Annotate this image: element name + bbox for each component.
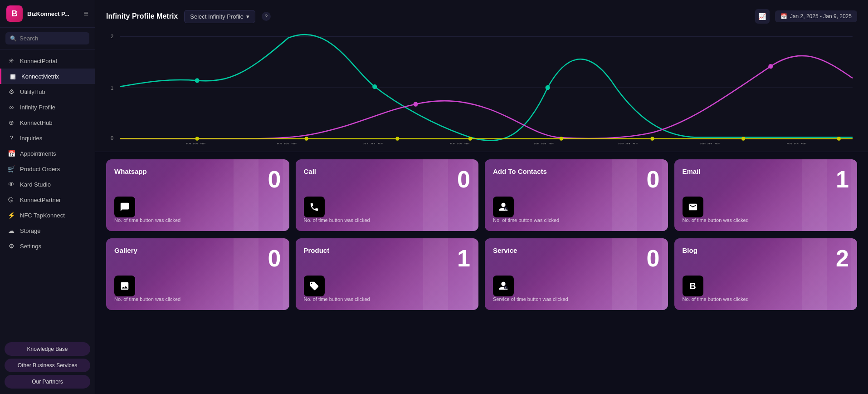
chart-type-icon[interactable]: 📈 [755, 9, 770, 24]
nav-label-inquiries: Inquiries [20, 135, 42, 142]
svg-text:2: 2 [111, 33, 113, 39]
help-icon[interactable]: ? [262, 12, 271, 21]
svg-point-7 [372, 84, 377, 89]
card-subtitle-gallery: No. of time button was clicked [114, 296, 281, 302]
chart-section: Infinity Profile Metrix Select Infinity … [95, 0, 868, 152]
date-range-button[interactable]: 📅 Jan 2, 2025 - Jan 9, 2025 [775, 10, 857, 22]
metric-card-add-to-contacts: Add To Contacts 0 No. of time button was… [485, 159, 668, 231]
chart-header: Infinity Profile Metrix Select Infinity … [106, 9, 857, 24]
search-input[interactable] [20, 35, 85, 42]
select-profile-label: Select Infinity Profile [190, 13, 244, 20]
sidebar-item-inquiries[interactable]: ? Inquiries [0, 130, 95, 146]
card-subtitle-whatsapp: No. of time button was clicked [114, 217, 281, 223]
svg-text:0: 0 [111, 135, 113, 140]
nav-icon-utility-hub: ⚙ [7, 88, 15, 95]
sidebar-item-appointments[interactable]: 📅 Appointments [0, 146, 95, 161]
sidebar-item-storage[interactable]: ☁ Storage [0, 223, 95, 238]
card-icon-blog: B [683, 276, 703, 296]
nav-label-storage: Storage [20, 227, 41, 234]
card-icon-service [493, 276, 514, 296]
nav-label-nfc-tapkonnect: NFC TapKonnect [20, 212, 65, 219]
card-subtitle-email: No. of time button was clicked [683, 217, 849, 223]
sidebar-item-konnect-hub[interactable]: ⊕ KonnectHub [0, 115, 95, 130]
footer-btn-other-business-services[interactable]: Other Business Services [5, 359, 90, 372]
sidebar-item-settings[interactable]: ⚙ Settings [0, 238, 95, 254]
sidebar-item-nfc-tapkonnect[interactable]: ⚡ NFC TapKonnect [0, 207, 95, 223]
nav-icon-product-orders: 🛒 [7, 165, 15, 172]
nav-label-appointments: Appointments [20, 150, 56, 157]
card-label-blog: Blog [683, 246, 697, 254]
svg-point-12 [305, 137, 308, 140]
card-count-gallery: 0 [268, 246, 281, 270]
svg-point-8 [546, 85, 550, 90]
card-label-product: Product [304, 246, 330, 254]
sidebar-item-konnect-partner[interactable]: ⛒ KonnectPartner [0, 192, 95, 207]
footer-btn-knowledge-base[interactable]: Knowledge Base [5, 342, 90, 356]
nav-label-utility-hub: UtilityHub [20, 89, 45, 95]
card-subtitle-blog: No. of time button was clicked [683, 296, 849, 302]
nav-icon-konnect-partner: ⛒ [7, 196, 15, 203]
card-label-email: Email [683, 167, 701, 175]
nav-icon-appointments: 📅 [7, 150, 15, 157]
metric-card-product: Product 1 No. of time button was clicked [296, 238, 479, 310]
card-icon-email [683, 197, 703, 217]
sidebar-item-product-orders[interactable]: 🛒 Product Orders [0, 161, 95, 177]
card-count-email: 1 [836, 167, 849, 191]
card-icon-gallery [114, 276, 135, 296]
card-icon-whatsapp [114, 197, 135, 217]
nav-label-konnect-partner: KonnectPartner [20, 197, 61, 203]
nav-label-product-orders: Product Orders [20, 166, 60, 172]
card-icon-product [304, 276, 325, 296]
card-subtitle-call: No. of time button was clicked [304, 217, 471, 223]
search-wrapper: 🔍 [5, 32, 89, 44]
metric-card-email: Email 1 No. of time button was clicked [674, 159, 858, 231]
nav-icon-inquiries: ? [7, 134, 15, 142]
app-logo: B [6, 5, 23, 22]
svg-text:03-01-25: 03-01-25 [277, 142, 297, 144]
card-label-whatsapp: Whatsapp [114, 167, 147, 175]
sidebar: B BizKonnect P... ≡ 🔍 ✳ KonnectPortal ▦ … [0, 0, 95, 394]
card-icon-add-to-contacts [493, 197, 514, 217]
nav-icon-settings: ⚙ [7, 242, 15, 250]
nav-icon-kard-studio: 👁 [7, 181, 15, 188]
svg-point-18 [837, 137, 841, 140]
svg-point-6 [195, 78, 200, 83]
card-subtitle-product: No. of time button was clicked [304, 296, 471, 302]
sidebar-item-konnect-portal[interactable]: ✳ KonnectPortal [0, 53, 95, 69]
card-count-whatsapp: 0 [268, 167, 281, 191]
svg-text:09-01-25: 09-01-25 [786, 142, 806, 144]
search-icon: 🔍 [10, 35, 17, 42]
sidebar-item-kard-studio[interactable]: 👁 Kard Studio [0, 177, 95, 192]
svg-point-10 [768, 64, 773, 69]
hamburger-menu-icon[interactable]: ≡ [83, 9, 88, 19]
card-count-add-to-contacts: 0 [647, 167, 660, 191]
card-label-gallery: Gallery [114, 246, 137, 254]
card-count-product: 1 [457, 246, 470, 270]
footer-btn-our-partners[interactable]: Our Partners [5, 375, 90, 389]
sidebar-item-infinity-profile[interactable]: ∞ Infinity Profile [0, 99, 95, 115]
svg-point-9 [413, 102, 418, 106]
nav-icon-konnect-hub: ⊕ [7, 119, 15, 126]
main-content: Infinity Profile Metrix Select Infinity … [95, 0, 868, 394]
nav-label-konnect-hub: KonnectHub [20, 119, 53, 126]
chart-title: Infinity Profile Metrix [106, 12, 178, 20]
svg-text:07-01-25: 07-01-25 [618, 142, 638, 144]
svg-point-15 [560, 137, 563, 140]
svg-point-16 [650, 137, 654, 140]
select-profile-button[interactable]: Select Infinity Profile ▾ [184, 10, 255, 23]
card-count-service: 0 [647, 246, 660, 270]
card-icon-call [304, 197, 325, 217]
card-count-blog: 2 [836, 246, 849, 270]
svg-text:08-01-25: 08-01-25 [700, 142, 720, 144]
svg-point-17 [741, 137, 745, 140]
nav-icon-nfc-tapkonnect: ⚡ [7, 212, 15, 219]
svg-point-13 [395, 137, 399, 140]
date-range-label: Jan 2, 2025 - Jan 9, 2025 [790, 13, 852, 20]
sidebar-item-utility-hub[interactable]: ⚙ UtilityHub [0, 84, 95, 99]
card-count-call: 0 [457, 167, 470, 191]
svg-point-14 [468, 137, 472, 140]
svg-text:06-01-25: 06-01-25 [534, 142, 554, 144]
sidebar-item-konnect-metrix[interactable]: ▦ KonnectMetrix [0, 69, 95, 84]
nav-icon-konnect-metrix: ▦ [9, 73, 17, 80]
nav-label-konnect-metrix: KonnectMetrix [21, 73, 59, 80]
